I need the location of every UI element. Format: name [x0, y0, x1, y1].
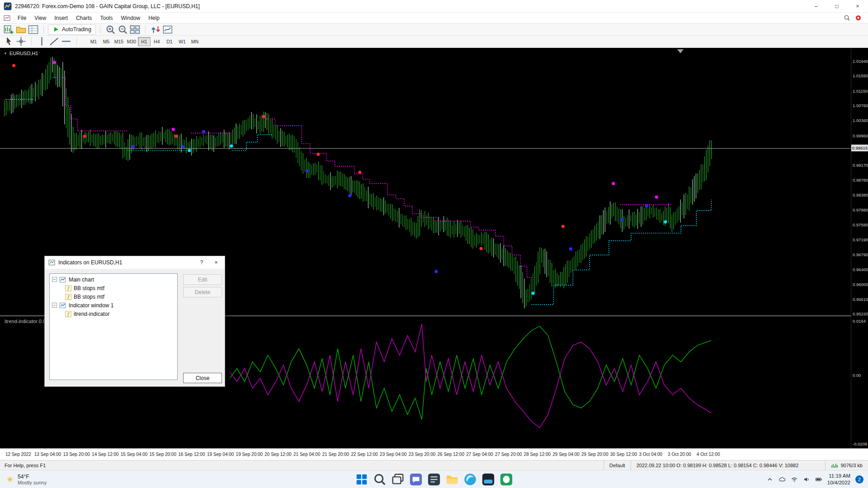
minimize-button[interactable]: – [806, 0, 826, 12]
wifi-icon [791, 476, 798, 483]
price-tick: 0.96000 [853, 282, 868, 287]
new-order-button[interactable] [150, 24, 162, 35]
one-click-trading-arrow-icon[interactable]: ▼ [4, 52, 7, 56]
cursor-button[interactable] [3, 36, 15, 47]
time-axis-label: 26 Sep 12:00 [438, 452, 465, 457]
profiles-button[interactable] [15, 24, 27, 35]
indicators-tree[interactable]: −Main chartƒBB stops mtfƒBB stops mtf−In… [49, 273, 178, 380]
search-task-icon [373, 473, 387, 486]
zoom-out-icon [117, 24, 129, 35]
sun-icon [6, 476, 14, 483]
vertical-line-button[interactable] [36, 36, 48, 47]
weather-condition: Mostly sunny [18, 480, 47, 485]
price-scale[interactable]: 0.99615 1.019401.015501.011501.007601.00… [851, 48, 868, 448]
titlebar: 22946720: Forex.com-Demo 108 - GAIN Capi… [0, 0, 868, 13]
strategy-tester-button[interactable] [162, 24, 174, 35]
indicator-function-icon: ƒ [65, 311, 71, 317]
collapse-toggle-icon[interactable]: − [52, 277, 57, 282]
close-window-button[interactable]: × [847, 0, 868, 12]
market-watch-button[interactable] [27, 24, 39, 35]
timeframe-w1[interactable]: W1 [176, 37, 189, 46]
search-icon [844, 14, 850, 21]
menu-charts[interactable]: Charts [72, 14, 96, 23]
menu-file[interactable]: File [14, 14, 30, 23]
timeframe-m30[interactable]: M30 [125, 37, 138, 46]
timeframe-m15[interactable]: M15 [113, 37, 125, 46]
taskbar-clock[interactable]: 11:19 AM 10/4/2022 [827, 473, 850, 486]
time-axis-label: 4 Oct 12:00 [697, 452, 720, 457]
menu-insert[interactable]: Insert [50, 14, 72, 23]
timeframe-m1[interactable]: M1 [87, 37, 100, 46]
taskbar-edge-button[interactable] [463, 473, 477, 486]
tray-onedrive-icon[interactable] [778, 476, 786, 483]
taskbar-app-icons [355, 473, 513, 486]
menu-help[interactable]: Help [144, 14, 164, 23]
tree-node-label: Indicator window 1 [69, 302, 113, 309]
search-icon[interactable] [844, 14, 850, 21]
tray-wifi-icon[interactable] [791, 476, 798, 483]
tree-indicator-itrend-indicator[interactable]: ƒitrend-indicator [51, 310, 176, 318]
dlg-ind-icon [48, 259, 56, 266]
taskbar-notepad-button[interactable] [427, 473, 441, 486]
timeframe-h4[interactable]: H4 [151, 37, 163, 46]
new-chart-button[interactable] [3, 24, 15, 35]
taskbar-terminal-button[interactable] [481, 473, 495, 486]
notification-badge[interactable]: 2 [855, 475, 863, 483]
menu-view[interactable]: View [30, 14, 50, 23]
time-axis-label: 21 Sep 20:00 [322, 452, 349, 457]
clock-time: 11:19 AM [827, 473, 850, 479]
timeframe-h1[interactable]: H1 [138, 37, 151, 46]
close-button[interactable]: Close [183, 373, 222, 383]
collapse-toggle-icon[interactable]: − [52, 303, 57, 308]
tray-battery-icon[interactable] [815, 476, 822, 483]
zoom-out-button[interactable] [117, 24, 129, 35]
edge-icon [463, 473, 477, 486]
price-tick: 0.96790 [853, 252, 868, 257]
cloud-icon [778, 476, 786, 483]
tile-windows-button[interactable] [129, 24, 141, 35]
taskbar-weather-widget[interactable]: 54°F Mostly sunny [0, 470, 53, 488]
taskbar-folder-button[interactable] [445, 473, 459, 486]
chevron-up-icon [766, 476, 774, 483]
taskbar-start-button[interactable] [355, 473, 368, 486]
horizontal-line-button[interactable] [60, 36, 72, 47]
window-controls: – □ × [806, 0, 868, 12]
edit-button[interactable]: Edit [183, 274, 222, 285]
timeframe-mn[interactable]: MN [189, 37, 201, 46]
dialog-titlebar[interactable]: Indicators on EURUSD,H1 ? × [45, 256, 225, 269]
autotrading-button[interactable]: AutoTrading [48, 24, 96, 35]
tray-chevron-up-icon[interactable] [766, 476, 774, 483]
menubar: FileViewInsertChartsToolsWindowHelp [0, 13, 868, 23]
trendline-button[interactable] [48, 36, 60, 47]
menu-tools[interactable]: Tools [96, 14, 117, 23]
tree-indicator-bb-stops-mtf[interactable]: ƒBB stops mtf [51, 292, 176, 301]
maximize-button[interactable]: □ [826, 0, 847, 12]
tree-node-indicator-window-1[interactable]: −Indicator window 1 [51, 301, 176, 310]
taskbar-search-task-button[interactable] [373, 473, 387, 486]
notification-icon[interactable] [855, 14, 862, 21]
price-tick: 1.01940 [853, 59, 868, 64]
cursor-icon [3, 36, 15, 47]
tree-node-main-chart[interactable]: −Main chart [51, 275, 176, 284]
crosshair-button[interactable] [15, 36, 27, 47]
time-axis-label: 15 Sep 04:00 [121, 452, 148, 457]
chart-window-icon[interactable] [4, 14, 11, 22]
notepad-icon [427, 473, 441, 486]
taskbar-evernote-button[interactable] [500, 473, 513, 486]
menu-window[interactable]: Window [117, 14, 145, 23]
timeframe-d1[interactable]: D1 [163, 37, 176, 46]
dialog-close-icon[interactable]: × [210, 258, 222, 267]
tree-indicator-bb-stops-mtf[interactable]: ƒBB stops mtf [51, 284, 176, 292]
taskbar-taskview-button[interactable] [391, 473, 405, 486]
taskbar-chat-button[interactable] [409, 473, 423, 486]
start-icon [355, 473, 368, 486]
timeframe-m5[interactable]: M5 [100, 37, 113, 46]
tray-volume-icon[interactable] [803, 476, 810, 483]
weather-sun-icon [6, 476, 14, 483]
delete-button[interactable]: Delete [183, 287, 222, 297]
zoom-in-button[interactable] [104, 24, 117, 35]
statusbar-profile[interactable]: Default [604, 460, 631, 470]
chart-area[interactable]: ▼ EURUSD,H1 itrend-indicator 0.0 0.99615… [0, 48, 868, 460]
time-axis[interactable]: 12 Sep 202213 Sep 04:0013 Sep 20:0014 Se… [0, 448, 868, 460]
dialog-help-button[interactable]: ? [196, 258, 208, 267]
